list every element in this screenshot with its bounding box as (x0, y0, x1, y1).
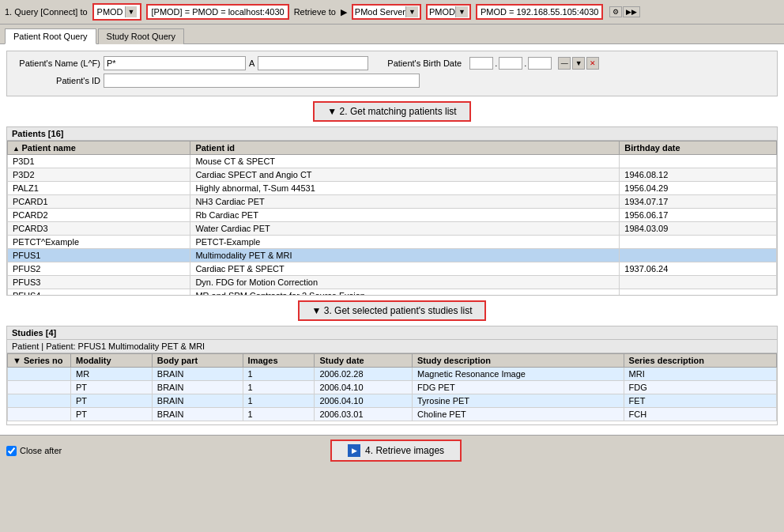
table-row[interactable]: PCARD3 Water Cardiac PET 1984.03.09 (8, 222, 777, 236)
studies-table: ▼ Series no Modality Body part Images St… (7, 353, 777, 421)
birth-dropdown-btn[interactable]: ▼ (572, 57, 585, 70)
th-body-part[interactable]: Body part (152, 354, 243, 368)
birthday-cell (620, 236, 777, 249)
th-patient-id[interactable]: Patient id (190, 141, 620, 155)
tabs-bar: Patient Root Query Study Root Query (0, 25, 784, 44)
th-birthday[interactable]: Birthday date (620, 141, 777, 155)
pmod-address-box: PMOD = 192.168.55.105:4030 (476, 4, 604, 20)
th-patient-name[interactable]: Patient name (8, 141, 190, 155)
study-desc-cell: Choline PET (413, 408, 624, 421)
series-no-cell (8, 394, 71, 408)
th-modality[interactable]: Modality (71, 354, 153, 368)
close-after-checkbox[interactable] (6, 446, 17, 456)
pmod-connect-box[interactable]: PMOD ▼ (92, 3, 142, 21)
patient-name-cell: PCARD3 (8, 222, 190, 236)
patient-id-cell: Rb Cardiac PET (190, 209, 620, 222)
th-series-desc[interactable]: Series description (624, 354, 776, 368)
pmod-server-dropdown[interactable]: ▼ (405, 6, 418, 17)
retrieve-icon: ▶ (348, 444, 360, 457)
th-study-desc[interactable]: Study description (413, 354, 624, 368)
study-date-cell: 2006.02.28 (315, 368, 413, 381)
toolbar-icon-btn-2[interactable]: ▶▶ (623, 6, 640, 17)
table-row[interactable]: MR BRAIN 1 2006.02.28 Magnetic Resonance… (8, 368, 777, 381)
birthday-cell (620, 289, 777, 296)
patient-name-cell: PFUS2 (8, 262, 190, 276)
pmod-connect-dropdown[interactable]: ▼ (125, 6, 138, 17)
patient-name-cell: PCARD2 (8, 209, 190, 222)
patient-name-input2[interactable] (258, 56, 368, 70)
birth-date-fields: . . (469, 57, 552, 70)
table-row[interactable]: PFUS4 MR and SPM Contrasts for 2 Source … (8, 289, 777, 296)
study-date-cell: 2006.03.01 (315, 408, 413, 421)
patient-name-cell: PFUS3 (8, 276, 190, 289)
patient-name-input[interactable] (104, 56, 246, 70)
table-row[interactable]: PETCT^Example PETCT-Example (8, 236, 777, 249)
table-row[interactable]: PCARD2 Rb Cardiac PET 1956.06.17 (8, 209, 777, 222)
table-row[interactable]: PFUS2 Cardiac PET & SPECT 1937.06.24 (8, 262, 777, 276)
series-desc-cell: FCH (624, 408, 776, 421)
birth-minimize-btn[interactable]: — (558, 57, 571, 70)
patient-id-cell: NH3 Cardiac PET (190, 195, 620, 209)
studies-panel-title: Studies [4] (7, 326, 777, 340)
table-row[interactable]: PALZ1 Highly abnormal, T-Sum 44531 1956.… (8, 182, 777, 195)
series-desc-cell: FDG (624, 381, 776, 394)
table-row[interactable]: PCARD1 NH3 Cardiac PET 1934.07.17 (8, 195, 777, 209)
th-images[interactable]: Images (243, 354, 315, 368)
table-row[interactable]: PT BRAIN 1 2006.04.10 FDG PET FDG (8, 381, 777, 394)
body-part-cell: BRAIN (152, 394, 243, 408)
study-desc-cell: Magnetic Resonance Image (413, 368, 624, 381)
patients-panel-title: Patients [16] (7, 127, 777, 141)
get-studies-btn[interactable]: ▼ 3. Get selected patient's studies list (298, 300, 487, 321)
pmod-server-select[interactable]: PMod Server ▼ (352, 4, 421, 20)
patient-id-row: Patient's ID (13, 74, 771, 88)
patient-id-input[interactable] (104, 74, 420, 88)
table-row[interactable]: P3D1 Mouse CT & SPECT (8, 155, 777, 168)
patient-id-cell: Dyn. FDG for Motion Correction (190, 276, 620, 289)
table-row[interactable]: PT BRAIN 1 2006.04.10 Tyrosine PET FET (8, 394, 777, 408)
study-desc-cell: FDG PET (413, 381, 624, 394)
retrieve-btn[interactable]: ▶ 4. Retrieve images (330, 440, 462, 462)
toolbar-icon-btn-1[interactable]: ⚙ (609, 6, 622, 17)
birthday-cell: 1946.08.12 (620, 168, 777, 182)
birth-close-btn[interactable]: ✕ (586, 57, 599, 70)
birthday-cell (620, 276, 777, 289)
patient-name-cell: PFUS1 (8, 249, 190, 262)
series-no-cell (8, 408, 71, 421)
birth-month[interactable] (499, 57, 522, 70)
tab-study-root[interactable]: Study Root Query (98, 28, 184, 44)
pmod-label2-dropdown[interactable]: ▼ (455, 6, 468, 17)
retrieve-btn-label: 4. Retrieve images (365, 445, 444, 456)
patient-id-cell: MR and SPM Contrasts for 2 Source Fusion (190, 289, 620, 296)
pmod-label2-select[interactable]: PMOD ▼ (426, 4, 471, 20)
study-date-cell: 2006.04.10 (315, 394, 413, 408)
patients-table-container[interactable]: Patient name Patient id Birthday date P3… (7, 141, 777, 295)
pmod-connect-label: PMOD (97, 7, 123, 17)
table-row[interactable]: PFUS3 Dyn. FDG for Motion Correction (8, 276, 777, 289)
patient-id-cell: Water Cardiac PET (190, 222, 620, 236)
patient-name-cell: PCARD1 (8, 195, 190, 209)
study-desc-cell: Tyrosine PET (413, 394, 624, 408)
table-row[interactable]: P3D2 Cardiac SPECT and Angio CT 1946.08.… (8, 168, 777, 182)
tab-patient-root[interactable]: Patient Root Query (5, 28, 96, 44)
birth-date-label: Patient's Birth Date (387, 58, 462, 68)
table-row[interactable]: PFUS1 Multimodality PET & MRI (8, 249, 777, 262)
birth-year[interactable] (469, 57, 493, 70)
patient-name-sep: A (249, 58, 254, 68)
studies-panel: Studies [4] Patient | Patient: PFUS1 Mul… (6, 326, 778, 425)
images-cell: 1 (243, 408, 315, 421)
retrieve-to-label: Retrieve to (294, 7, 336, 17)
birth-day[interactable] (528, 57, 552, 70)
series-desc-cell: MRI (624, 368, 776, 381)
patient-id-cell: Highly abnormal, T-Sum 44531 (190, 182, 620, 195)
table-row[interactable]: PT BRAIN 1 2006.03.01 Choline PET FCH (8, 408, 777, 421)
birthday-cell (620, 155, 777, 168)
th-study-date[interactable]: Study date (315, 354, 413, 368)
query-form: Patient's Name (L^F) A Patient's Birth D… (6, 51, 778, 96)
modality-cell: PT (71, 394, 153, 408)
studies-table-container: ▼ Series no Modality Body part Images St… (7, 353, 777, 424)
get-matching-btn[interactable]: ▼ 2. Get matching patients list (313, 101, 470, 122)
patient-name-cell: PETCT^Example (8, 236, 190, 249)
body-part-cell: BRAIN (152, 408, 243, 421)
th-series-no[interactable]: ▼ Series no (8, 354, 71, 368)
images-cell: 1 (243, 368, 315, 381)
